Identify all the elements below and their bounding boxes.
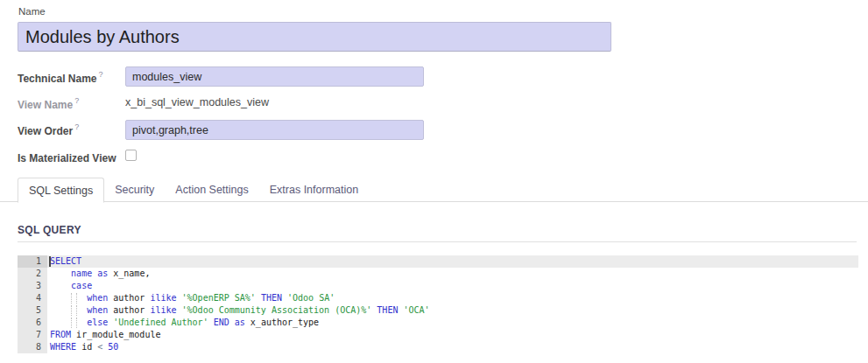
bi-sql-view-form: Name Technical Name? View Name? x_bi_sql…	[0, 0, 868, 363]
view-name-label: View Name?	[18, 96, 79, 112]
line-number: 1	[18, 255, 47, 268]
is-materialized-view-checkbox[interactable]	[125, 150, 137, 161]
name-field-label: Name	[18, 6, 46, 17]
sql-query-heading: SQL QUERY	[18, 224, 81, 236]
help-icon[interactable]: ?	[74, 122, 79, 131]
help-icon[interactable]: ?	[74, 96, 79, 105]
tab-extras-information[interactable]: Extras Information	[259, 178, 369, 202]
code-line: WHERE id < 50	[47, 341, 858, 353]
code-line: FROM ir_module_module	[47, 329, 858, 341]
line-number: 5	[18, 304, 47, 317]
line-number: 4	[18, 292, 47, 304]
view-name-value: x_bi_sql_view_modules_view	[125, 96, 269, 108]
notebook-tabs: SQL SettingsSecurityAction SettingsExtra…	[18, 178, 369, 203]
tab-action-settings[interactable]: Action Settings	[165, 178, 258, 202]
technical-name-label: Technical Name?	[18, 70, 103, 86]
code-line: name as x_name,	[47, 268, 858, 280]
view-order-input[interactable]	[125, 120, 424, 140]
line-number: 8	[18, 341, 47, 353]
tab-sql-settings[interactable]: SQL Settings	[18, 178, 104, 203]
sql-code-editor[interactable]: 12345678 SELECT name as x_name, case whe…	[18, 255, 858, 353]
indent-guide	[76, 318, 77, 328]
editor-gutter: 12345678	[18, 255, 47, 353]
name-input[interactable]	[18, 22, 611, 52]
editor-code: SELECT name as x_name, case when author …	[47, 255, 858, 353]
code-line: else 'Undefined Author' END as x_author_…	[47, 317, 858, 329]
indent-guide	[76, 293, 77, 304]
line-number: 6	[18, 317, 47, 329]
code-line: when author ilike '%Odoo Community Assoc…	[47, 304, 858, 317]
code-line: case	[47, 280, 858, 292]
line-number: 7	[18, 329, 47, 341]
sql-query-divider	[18, 241, 857, 242]
indent-guide	[71, 293, 72, 304]
code-line: when author ilike '%OpenERP SA%' THEN 'O…	[47, 292, 858, 304]
code-line: SELECT	[47, 255, 858, 268]
tab-security[interactable]: Security	[104, 178, 165, 202]
indent-guide	[71, 305, 72, 316]
indent-guide	[71, 318, 72, 328]
line-number: 3	[18, 280, 47, 292]
indent-guide	[76, 305, 77, 316]
line-number: 2	[18, 268, 47, 280]
technical-name-input[interactable]	[125, 66, 424, 87]
help-icon[interactable]: ?	[98, 70, 102, 79]
view-order-label: View Order?	[18, 122, 79, 138]
is-materialized-view-label: Is Materialized View	[18, 150, 116, 165]
text-cursor	[49, 256, 51, 267]
